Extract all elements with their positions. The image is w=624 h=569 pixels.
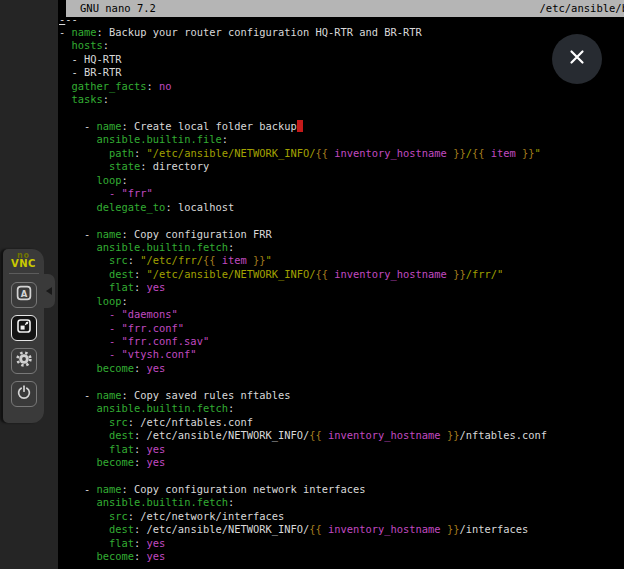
settings-gear-icon [15,350,33,372]
power-disconnect-icon [16,384,32,404]
close-button[interactable] [552,34,602,84]
fullscreen-button[interactable] [11,315,37,341]
settings-button[interactable] [11,348,37,374]
extra-keys-button[interactable]: A [11,282,37,308]
control-bar-handle[interactable] [44,274,55,308]
vnc-sidebar-column: no VNC A [0,0,58,569]
svg-text:A: A [20,288,27,298]
fullscreen-icon [16,318,32,338]
editor-text[interactable]: ---- name: Backup your router configurat… [59,13,619,564]
extra-keys-a-icon: A [16,285,32,305]
novnc-logo-bottom: VNC [11,260,36,268]
disconnect-button[interactable] [11,381,37,407]
close-x-icon [567,47,587,71]
novnc-logo: no VNC [11,252,36,268]
terminal-screen[interactable]: GNU nano 7.2 /etc/ansible/b ---- name: B… [58,0,624,569]
collapse-left-arrow-icon [46,287,52,295]
panel-divider [9,273,39,274]
vnc-control-panel: no VNC A [3,249,44,423]
